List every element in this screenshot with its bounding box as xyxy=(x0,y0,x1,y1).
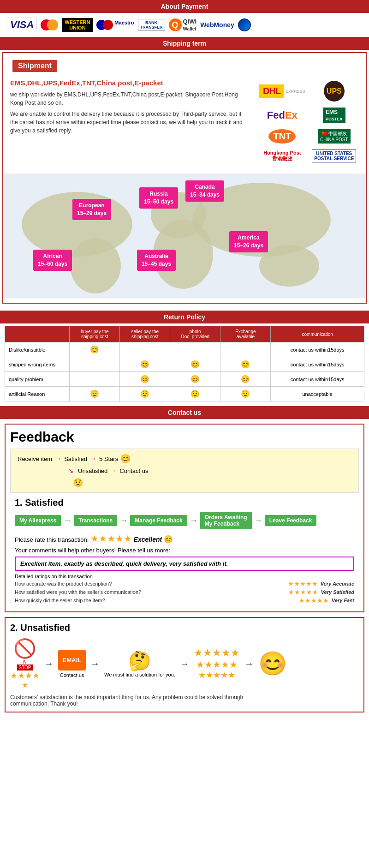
comm-dislike: contact us within15days xyxy=(271,342,364,357)
col-photo: photoDoc. provided xyxy=(170,326,220,342)
western-union-logo: WESTERNUNION xyxy=(62,18,93,32)
payment-logos: VISA WESTERNUNION Maestro BANKTRANSFER Q… xyxy=(0,13,369,37)
carriers-title: EMS,DHL,UPS,FedEx,TNT,China post,E-packe… xyxy=(10,79,248,87)
return-policy-table: buyer pay theshipping cost seller pay th… xyxy=(5,326,364,401)
svg-point-1 xyxy=(70,238,121,293)
table-row: artificial Reason 😟 😟 😟 😟 unacceptable xyxy=(5,387,364,401)
unsatisfied-arrow1: → xyxy=(44,658,54,669)
comment-label: Your comments will help other buyers! Pl… xyxy=(15,547,354,554)
china-post-logo: 🇨🇳 中国邮政CHINA POST xyxy=(309,127,359,145)
step-arrow2: → xyxy=(119,516,128,526)
qiwi-logo: Q QIWIWallet xyxy=(169,18,197,32)
q3-stars: ★★★★★ xyxy=(299,597,329,604)
australia-label: Australia 15–45 days xyxy=(137,250,176,271)
issue-quality: quality problem xyxy=(5,372,70,387)
feedback-flow-box: Receive item → Satisfied → 5 Stars 😊 ↘ U… xyxy=(10,449,359,493)
ems-logo: EMSPOSTEX xyxy=(309,106,359,125)
step-arrow1: → xyxy=(63,516,71,526)
receive-item: Receive item xyxy=(18,455,52,462)
step-transactions[interactable]: Transactions xyxy=(74,515,117,526)
five-stars: 5 Stars xyxy=(99,455,118,462)
buyer-pay-dislike: 😊 xyxy=(70,342,120,357)
step-manage-feedback[interactable]: Manage Feedback xyxy=(130,515,187,526)
photo-dislike xyxy=(170,342,220,357)
seller-pay-wrong: 😊 xyxy=(120,357,170,372)
detailed-label: Detailed ratings on this transaction xyxy=(15,574,354,579)
shipment-desc2: We are unable to control the delivery ti… xyxy=(10,110,248,135)
q1-stars: ★★★★★ xyxy=(288,580,318,587)
exchange-dislike xyxy=(220,342,271,357)
america-label: America 15–26 days xyxy=(229,231,268,252)
shipping-term-header: Shipping term xyxy=(0,37,369,50)
q2-stars: ★★★★★ xyxy=(288,588,318,596)
canada-label: Canada 15–34 days xyxy=(185,180,224,202)
african-label: African 15–60 days xyxy=(33,250,72,271)
step-arrow4: → xyxy=(254,516,262,526)
comm-wrong: contact us within15days xyxy=(271,357,364,372)
unsatisfied-flow: 🚫 N STOP ★★★★ ★ → EMAIL Contact us → 🤔 W… xyxy=(10,638,359,689)
rate-stars: ★★★★★ xyxy=(90,533,132,544)
step-arrow3: → xyxy=(190,516,198,526)
detailed-ratings: Detailed ratings on this transaction How… xyxy=(15,574,354,604)
unsatisfied-section: 2. Unsatisfied 🚫 N STOP ★★★★ ★ → EMAIL C… xyxy=(5,617,364,712)
buyer-pay-wrong xyxy=(70,357,120,372)
maestro-logo: Maestro xyxy=(96,20,134,30)
q1-label: How accurate was the product description… xyxy=(15,581,285,587)
col-issue xyxy=(5,326,70,342)
ups-logo: UPS xyxy=(309,79,359,103)
rate-text: Excellent xyxy=(134,536,162,543)
buyer-pay-artificial: 😟 xyxy=(70,387,120,401)
about-payment-header: About Payment xyxy=(0,0,369,13)
col-buyer-pay: buyer pay theshipping cost xyxy=(70,326,120,342)
tnt-logo: TNT xyxy=(257,127,307,145)
q1-text: Very Accurate xyxy=(321,581,354,587)
photo-wrong: 😊 xyxy=(170,357,220,372)
steps-flow: My Aliexpress → Transactions → Manage Fe… xyxy=(15,512,354,529)
seller-pay-dislike xyxy=(120,342,170,357)
unsatisfied-footer: Customers' satisfaction is the most impo… xyxy=(10,694,359,707)
shipment-label: Shipment xyxy=(12,60,57,72)
dhl-logo: DHL EXPRESS xyxy=(257,83,307,100)
satisfied-flow: Satisfied xyxy=(64,455,87,462)
contact-flow: Contact us xyxy=(119,467,148,474)
usps-logo: UNITED STATESPOSTAL SERVICE xyxy=(309,148,359,164)
col-comm: communication xyxy=(271,326,364,342)
smiley-happy: 😊 xyxy=(120,454,131,464)
table-row: Dislike/unsuitble 😊 contact us within15d… xyxy=(5,342,364,357)
contact-header: Contact us xyxy=(0,406,369,419)
svg-point-5 xyxy=(259,245,319,287)
q3-label: How quickly did the seller ship the item… xyxy=(15,598,296,603)
hk-post-logo: Hongkong Post香港郵政 xyxy=(257,148,307,164)
contact-us-step: Contact us xyxy=(60,672,84,678)
exchange-wrong: 😊 xyxy=(220,357,271,372)
fedex-logo: FedEx xyxy=(257,108,307,123)
visa-logo: VISA xyxy=(7,18,37,32)
issue-dislike: Dislike/unsuitble xyxy=(5,342,70,357)
satisfied-title: 1. Satisfied xyxy=(15,497,354,508)
step-leave-feedback[interactable]: Leave Feedback xyxy=(265,515,317,526)
q2-text: Very Satisfied xyxy=(321,589,354,595)
q3-text: Very Fast xyxy=(332,598,354,603)
unsatisfied-arrow3: → xyxy=(180,658,189,669)
feedback-section: Feedback Receive item → Satisfied → 5 St… xyxy=(5,424,364,612)
comm-artificial: unacceptable xyxy=(271,387,364,401)
arrow-down-pink: ↘ xyxy=(68,467,73,474)
step-orders-awaiting[interactable]: Orders Awaiting My Feedback xyxy=(200,512,252,529)
table-row: shipped wrong items 😊 😊 😊 contact us wit… xyxy=(5,357,364,372)
rate-label: Please rate this transaction: xyxy=(15,536,89,543)
photo-quality: 😊 xyxy=(170,372,220,387)
rate-line: Please rate this transaction: ★★★★★ Exce… xyxy=(15,533,354,544)
buyer-pay-quality xyxy=(70,372,120,387)
unsatisfied-arrow4: → xyxy=(244,658,254,669)
webmoney-logo: WebMoney xyxy=(200,21,234,29)
table-row: quality problem 😊 😊 😊 contact us within1… xyxy=(5,372,364,387)
world-map xyxy=(3,174,363,293)
step-my-aliexpress[interactable]: My Aliexpress xyxy=(15,515,61,526)
arrow1: → xyxy=(54,455,62,463)
q2-label: How satisfied were you with the seller's… xyxy=(15,589,286,595)
seller-pay-artificial: 😟 xyxy=(120,387,170,401)
issue-wrong: shipped wrong items xyxy=(5,357,70,372)
unsatisfied-arrow2: → xyxy=(90,658,100,669)
exchange-quality: 😊 xyxy=(220,372,271,387)
mastercard-logo xyxy=(41,19,58,30)
